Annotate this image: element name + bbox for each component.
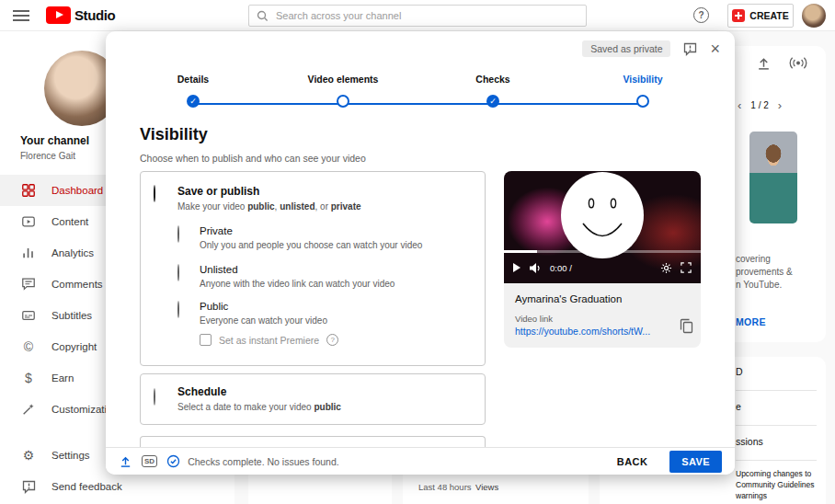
player-settings-icon[interactable] xyxy=(660,262,672,274)
search-input[interactable] xyxy=(276,10,578,21)
sd-quality-badge: SD xyxy=(142,455,157,468)
brand-name: Studio xyxy=(74,7,115,23)
private-label: Private xyxy=(200,225,233,236)
sidebar-item-label: Earn xyxy=(51,372,74,384)
help-glyph: ? xyxy=(698,10,703,20)
send-feedback-icon[interactable] xyxy=(683,42,697,56)
instant-premiere-checkbox[interactable] xyxy=(200,334,212,346)
sidebar-item-label: Dashboard xyxy=(51,185,103,196)
playback-time: 0:00 / xyxy=(550,263,572,273)
saved-status-badge: Saved as private xyxy=(582,40,670,57)
step-visibility[interactable]: Visibility xyxy=(588,74,698,108)
content-icon xyxy=(20,213,37,230)
sidebar-item-label: Send feedback xyxy=(51,481,122,492)
save-button[interactable]: SAVE xyxy=(669,451,722,473)
sidebar-item-label: Comments xyxy=(51,279,103,290)
progress-played xyxy=(504,250,537,253)
back-button[interactable]: BACK xyxy=(617,456,647,467)
sidebar-item-label: Copyright xyxy=(51,341,97,352)
private-description: Only you and people you choose can watch… xyxy=(200,240,422,250)
public-description: Everyone can watch your video xyxy=(200,315,327,326)
video-player[interactable]: 0:00 / xyxy=(504,171,701,283)
video-title: Aymarina's Graduation xyxy=(515,293,622,304)
news-text-fragment: covering xyxy=(736,254,771,264)
pager-next-icon[interactable]: › xyxy=(778,99,782,111)
processing-status-icons: SD xyxy=(119,454,180,468)
instant-premiere-label: Set as instant Premiere xyxy=(219,335,319,346)
youtube-studio-app: Studio ? CREATE Your channel Florence Ga… xyxy=(0,0,835,504)
step-details[interactable]: Details ✓ xyxy=(138,74,248,108)
go-live-icon[interactable] xyxy=(789,53,807,72)
step-video-elements[interactable]: Video elements xyxy=(288,74,398,108)
video-progress-bar[interactable] xyxy=(504,250,701,253)
news-list-item[interactable]: Upcoming changes to Community Guidelines… xyxy=(736,469,820,502)
schedule-radio[interactable] xyxy=(154,388,155,406)
copy-link-icon[interactable] xyxy=(680,318,693,338)
step-checks[interactable]: Checks ✓ xyxy=(438,74,548,108)
page-title: Visibility xyxy=(140,125,208,144)
fullscreen-icon[interactable] xyxy=(681,262,692,273)
earn-icon: $ xyxy=(20,370,37,386)
create-label: CREATE xyxy=(749,10,788,21)
news-more-link[interactable]: MORE xyxy=(736,316,766,327)
save-or-publish-radio[interactable] xyxy=(154,185,155,202)
sidebar-item-label: Settings xyxy=(51,450,90,461)
step-current-icon xyxy=(636,95,649,108)
sidebar-item-send-feedback[interactable]: Send feedback xyxy=(0,471,234,502)
youtube-studio-logo[interactable]: Studio xyxy=(46,6,115,24)
stepper-line xyxy=(193,103,643,105)
step-done-icon: ✓ xyxy=(486,95,499,108)
help-icon[interactable]: ? xyxy=(693,7,709,23)
analytics-metric: Views xyxy=(475,482,498,492)
menu-icon[interactable] xyxy=(13,10,29,21)
video-link[interactable]: https://youtube.com/shorts/tW... xyxy=(515,326,650,337)
quick-actions xyxy=(754,53,807,72)
copyright-icon: © xyxy=(20,338,37,355)
checks-status-text: Checks complete. No issues found. xyxy=(188,456,339,467)
dashboard-icon xyxy=(20,182,37,199)
create-button[interactable]: CREATE xyxy=(727,4,794,28)
next-group-partial xyxy=(140,436,486,447)
analytics-icon xyxy=(20,245,37,261)
subtitles-icon xyxy=(20,307,37,324)
account-avatar[interactable] xyxy=(802,4,826,28)
upload-video-icon[interactable] xyxy=(754,53,772,72)
schedule-group: Schedule Select a date to make your vide… xyxy=(140,373,486,425)
pager-label: 1 / 2 xyxy=(750,100,768,110)
unlisted-label: Unlisted xyxy=(200,264,238,275)
sidebar-item-label: Analytics xyxy=(51,247,94,258)
settings-gear-icon: ⚙ xyxy=(20,447,37,464)
list-item-fragment: D xyxy=(736,366,743,377)
step-label: Details xyxy=(138,74,248,85)
analytics-period: Last 48 hours xyxy=(418,482,472,492)
step-pending-icon xyxy=(337,95,349,108)
close-icon[interactable]: × xyxy=(710,40,720,57)
divider xyxy=(736,390,817,391)
player-controls: 0:00 / xyxy=(504,255,701,281)
schedule-label: Schedule xyxy=(177,385,226,398)
news-text-fragment: n YouTube. xyxy=(736,280,782,290)
save-or-publish-group: Save or publish Make your video public, … xyxy=(140,171,486,366)
news-video-thumbnail[interactable] xyxy=(749,132,797,223)
search-icon xyxy=(257,10,269,22)
play-icon[interactable] xyxy=(513,263,520,272)
youtube-play-icon xyxy=(46,6,71,24)
step-label: Visibility xyxy=(588,74,698,85)
upload-complete-icon xyxy=(119,454,132,468)
pager-prev-icon[interactable]: ‹ xyxy=(738,99,741,111)
list-item-fragment: e xyxy=(736,401,741,412)
private-radio[interactable] xyxy=(177,225,179,243)
topbar: Studio ? CREATE xyxy=(0,0,835,31)
premiere-help-icon[interactable]: ? xyxy=(326,334,338,346)
checks-complete-icon xyxy=(166,454,180,468)
news-text-fragment: provements & xyxy=(736,267,793,277)
video-preview-card: 0:00 / Aymarina's Graduation Video link … xyxy=(504,171,701,348)
unlisted-radio[interactable] xyxy=(177,264,179,281)
public-label: Public xyxy=(200,301,228,312)
public-radio[interactable] xyxy=(177,301,179,318)
divider xyxy=(736,425,817,426)
sidebar-item-label: Subtitles xyxy=(51,310,92,321)
save-or-publish-label: Save or publish xyxy=(177,185,259,198)
step-label: Checks xyxy=(438,74,548,85)
volume-icon[interactable] xyxy=(529,262,542,274)
